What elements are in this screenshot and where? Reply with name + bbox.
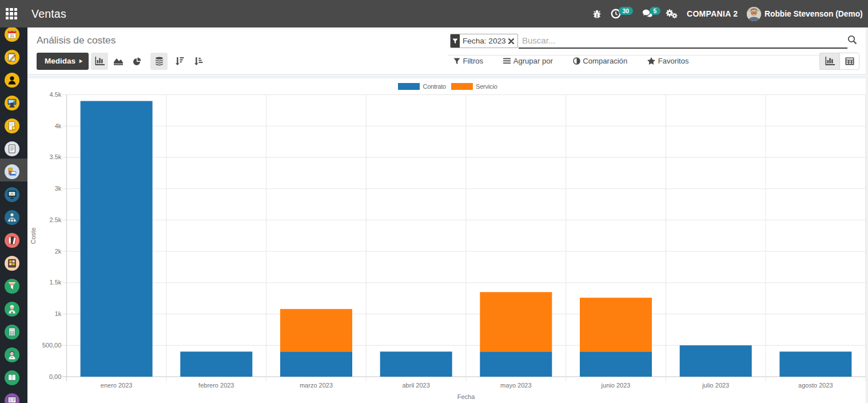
pivot-view-button[interactable] [839,53,859,70]
y-tick-label: 4k [55,123,62,129]
screen-icon [7,396,17,403]
sidebar-app-support[interactable] [5,347,19,362]
filters-menu-label: Filtros [463,57,484,65]
search-button[interactable] [847,35,857,46]
bar-servicio-2[interactable] [280,309,352,351]
sidebar-app-library[interactable] [5,233,19,248]
magnifier-icon [847,35,857,45]
sidebar-app-calendar[interactable]: 31 [5,27,19,42]
facet-remove-button[interactable] [507,34,517,48]
bar-contrato-3[interactable] [380,351,452,377]
pie-chart-icon [133,57,142,66]
sidebar-app-documents[interactable] [5,141,19,156]
facet-label: Fecha: 2023 [460,34,507,48]
filters-menu[interactable]: Filtros [453,57,483,65]
y-tick-label: 4.5k [50,91,62,98]
worker-icon [7,304,17,314]
chart-region: ContratoServicio 0,00500,001k1.5k2k2.5k3… [27,78,868,403]
sort-asc-button[interactable] [189,53,206,70]
bar-contrato-5[interactable] [580,351,652,377]
sort-asc-icon [193,57,203,66]
sidebar-app-pos[interactable] [5,393,19,403]
y-tick-label: 3k [55,185,62,192]
activities-badge: 30 [619,7,633,15]
y-tick-label: 2.5k [50,216,62,223]
deskuser-icon [7,98,17,108]
bar-contrato-0[interactable] [81,101,153,377]
apps-grid-icon [6,8,17,19]
apps-menu-button[interactable] [0,0,23,27]
sidebar-app-elearning[interactable] [5,187,19,202]
bar-servicio-5[interactable] [580,298,652,351]
x-tick-label: abril 2023 [402,382,429,389]
measures-button[interactable]: Medidas▶ [37,53,89,70]
person-icon [7,75,17,85]
funnel-icon [453,58,460,65]
bar-chart-icon [95,57,105,65]
breadcrumb[interactable]: Análisis de costes [37,34,116,46]
x-axis-title: Fecha [457,393,475,400]
scrollbar-track[interactable] [866,27,868,403]
messages-badge: 5 [650,7,660,15]
comparison-menu[interactable]: Comparación [573,57,627,65]
x-tick-label: marzo 2023 [300,382,333,389]
bar-contrato-4[interactable] [480,351,552,377]
stacked-icon [155,57,164,66]
graph-view-button[interactable] [819,53,839,70]
sidebar-app-courses[interactable] [5,370,19,385]
book-icon [7,373,17,383]
sidebar-app-employees[interactable] [5,302,19,317]
document-icon [7,144,17,154]
sidebar-app-ventas[interactable] [5,164,19,179]
main-content: Análisis de costes Fecha: 2023 [27,27,868,403]
sidebar-app-workstation[interactable] [5,96,19,110]
agent-icon [7,350,17,360]
groupby-menu[interactable]: Agrupar por [503,57,553,65]
search-input[interactable] [519,33,847,49]
pivot-view-icon [845,57,854,65]
bar-contrato-2[interactable] [280,351,352,377]
debug-button[interactable] [590,0,604,27]
contrast-icon [573,57,580,65]
search-facet[interactable]: Fecha: 2023 [450,34,518,48]
sidebar-app-orgchart[interactable] [5,210,19,225]
sidebar-app-crm[interactable] [5,279,19,294]
control-panel: Análisis de costes Fecha: 2023 [27,27,868,75]
pie-chart-button[interactable] [129,53,146,70]
favorites-menu[interactable]: Favoritos [647,57,688,65]
sort-desc-button[interactable] [170,53,188,70]
filter-menus: FiltrosAgrupar porComparaciónFavoritos [453,52,709,70]
settings-button[interactable] [664,0,679,27]
bar-contrato-1[interactable] [180,351,252,377]
bar-chart[interactable]: 0,00500,001k1.5k2k2.5k3k3.5k4k4.5kenero … [27,78,868,403]
user-avatar [747,7,761,21]
x-tick-label: julio 2023 [702,382,729,389]
line-chart-button[interactable] [110,53,127,70]
sidebar-app-inventory[interactable] [5,256,19,271]
y-tick-label: 0,00 [49,373,61,380]
sidebar-app-terminal[interactable] [5,118,19,133]
y-tick-label: 3.5k [50,153,62,160]
cabinet-icon [7,258,17,268]
sidebar-app-accounting[interactable] [5,325,19,339]
user-name: Robbie Stevenson (Demo) [765,10,863,18]
books-icon [7,235,17,246]
company-name[interactable]: COMPANIA 2 [687,0,738,27]
comparison-menu-label: Comparación [583,57,627,65]
y-tick-label: 500,00 [42,342,62,349]
odoo-app: Ventas 30 5 COMPANIA 2 Robbie Stevenson … [0,0,868,403]
sidebar-app-notes[interactable] [5,50,19,65]
view-switcher [819,53,859,70]
bar-contrato-7[interactable] [779,351,851,377]
app-title[interactable]: Ventas [31,7,66,21]
stacked-button[interactable] [150,53,168,70]
sidebar-app-contacts[interactable] [5,73,19,88]
monitor-icon [7,189,17,200]
apps-sidebar: 31 [0,27,27,403]
user-menu[interactable]: Robbie Stevenson (Demo) [747,0,863,27]
bar-contrato-6[interactable] [680,345,752,377]
bar-servicio-4[interactable] [480,292,552,351]
control-panel-bottom: Medidas▶ FiltrosAgrupar porComparaciónFa… [27,52,868,75]
bar-chart-button[interactable] [91,53,108,70]
calendar-icon: 31 [7,29,17,39]
